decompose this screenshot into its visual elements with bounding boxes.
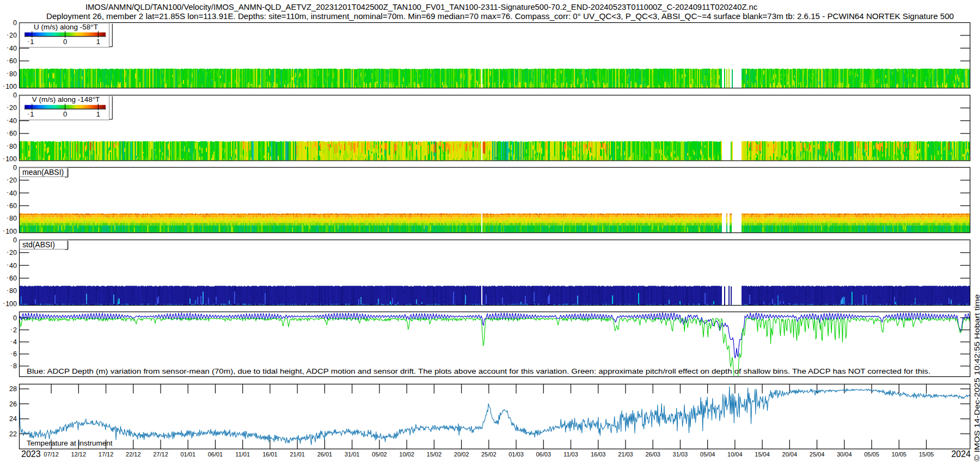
- svg-text:1: 1: [30, 38, 34, 46]
- svg-text:IMOS/ANMN/QLD/TAN100/Velocity/: IMOS/ANMN/QLD/TAN100/Velocity/IMOS_ANMN-…: [85, 3, 757, 11]
- svg-text:std(ABSI): std(ABSI): [22, 240, 55, 249]
- svg-text:05/05: 05/05: [864, 451, 879, 458]
- svg-text:22: 22: [9, 430, 17, 438]
- svg-text:16/03: 16/03: [591, 451, 606, 458]
- svg-text:25/02: 25/02: [481, 451, 497, 458]
- svg-text:1: 1: [96, 38, 100, 46]
- svg-text:20: 20: [9, 104, 17, 112]
- svg-text:20/02: 20/02: [454, 451, 469, 458]
- svg-text:0: 0: [63, 110, 67, 118]
- svg-text:20: 20: [9, 249, 17, 257]
- svg-text:26/03: 26/03: [645, 451, 660, 458]
- svg-text:1: 1: [30, 110, 34, 118]
- svg-text:01/01: 01/01: [180, 451, 195, 458]
- svg-text:100: 100: [5, 300, 17, 308]
- svg-text:© IMOS 14-Dec-2025 10:42:55 Ho: © IMOS 14-Dec-2025 10:42:55 Hobart time: [973, 294, 980, 461]
- svg-text:60: 60: [9, 130, 17, 137]
- svg-text:10/04: 10/04: [727, 451, 743, 458]
- svg-text:V (m/s) along -148°T: V (m/s) along -148°T: [32, 95, 100, 103]
- svg-text:05/04: 05/04: [700, 451, 715, 458]
- svg-text:2: 2: [13, 326, 17, 334]
- svg-text:11/01: 11/01: [235, 451, 250, 458]
- svg-text:1: 1: [96, 110, 100, 118]
- svg-text:05/02: 05/02: [372, 451, 387, 458]
- svg-text:2023: 2023: [21, 449, 41, 459]
- svg-text:28: 28: [9, 385, 17, 393]
- svg-text:06/01: 06/01: [208, 451, 223, 458]
- svg-text:17/12: 17/12: [99, 451, 114, 458]
- svg-text:2024: 2024: [951, 449, 971, 459]
- svg-text:15/04: 15/04: [755, 451, 770, 458]
- svg-text:06/03: 06/03: [536, 451, 551, 458]
- svg-text:10/02: 10/02: [399, 451, 414, 458]
- svg-text:31/01: 31/01: [345, 451, 360, 458]
- svg-text:0: 0: [13, 164, 17, 172]
- svg-text:6: 6: [13, 350, 17, 358]
- svg-text:25/04: 25/04: [810, 451, 825, 458]
- svg-text:40: 40: [9, 262, 17, 270]
- svg-text:80: 80: [9, 287, 17, 295]
- svg-text:20: 20: [9, 32, 17, 39]
- svg-text:U (m/s) along -58°T: U (m/s) along -58°T: [34, 23, 98, 31]
- svg-text:80: 80: [9, 143, 17, 150]
- svg-text:21/03: 21/03: [618, 451, 633, 458]
- svg-text:0: 0: [13, 314, 17, 322]
- svg-text:31/03: 31/03: [673, 451, 688, 458]
- svg-text:0: 0: [13, 92, 17, 99]
- svg-text:100: 100: [5, 228, 17, 235]
- svg-text:07/12: 07/12: [44, 451, 59, 458]
- svg-text:21/01: 21/01: [290, 451, 305, 458]
- svg-text:80: 80: [9, 215, 17, 222]
- svg-text:60: 60: [9, 57, 17, 65]
- svg-text:22/12: 22/12: [126, 451, 141, 458]
- svg-text:30/04: 30/04: [837, 451, 852, 458]
- svg-text:Blue: ADCP Depth (m) variation: Blue: ADCP Depth (m) variation from sens…: [27, 367, 930, 375]
- svg-text:40: 40: [9, 190, 17, 197]
- svg-text:20: 20: [9, 176, 17, 184]
- svg-text:26: 26: [9, 400, 17, 408]
- svg-text:15/02: 15/02: [427, 451, 442, 458]
- svg-text:0: 0: [13, 19, 17, 27]
- svg-text:11/03: 11/03: [564, 451, 578, 458]
- svg-text:0: 0: [63, 38, 67, 46]
- svg-text:12/12: 12/12: [71, 451, 87, 458]
- svg-text:01/03: 01/03: [509, 451, 524, 458]
- svg-text:60: 60: [9, 202, 17, 210]
- svg-text:24: 24: [9, 415, 17, 423]
- svg-text:Deployment 26, member 2 lat=21: Deployment 26, member 2 lat=21.85S lon=1…: [46, 12, 954, 21]
- svg-text:16/01: 16/01: [262, 451, 278, 458]
- svg-text:100: 100: [5, 155, 17, 163]
- svg-text:40: 40: [9, 45, 17, 52]
- svg-text:10/05: 10/05: [891, 451, 906, 458]
- svg-text:40: 40: [9, 117, 17, 125]
- svg-text:27/12: 27/12: [153, 451, 168, 458]
- svg-text:60: 60: [9, 275, 17, 282]
- svg-text:100: 100: [5, 83, 17, 90]
- svg-text:Temperature at instrument: Temperature at instrument: [27, 439, 113, 447]
- svg-text:mean(ABSI): mean(ABSI): [22, 168, 64, 176]
- svg-text:4: 4: [13, 338, 17, 346]
- svg-text:80: 80: [9, 70, 17, 78]
- svg-text:20/04: 20/04: [782, 451, 798, 458]
- svg-text:15/05: 15/05: [919, 451, 934, 458]
- svg-text:26/01: 26/01: [317, 451, 333, 458]
- svg-text:0: 0: [13, 236, 17, 244]
- svg-text:8: 8: [13, 362, 17, 370]
